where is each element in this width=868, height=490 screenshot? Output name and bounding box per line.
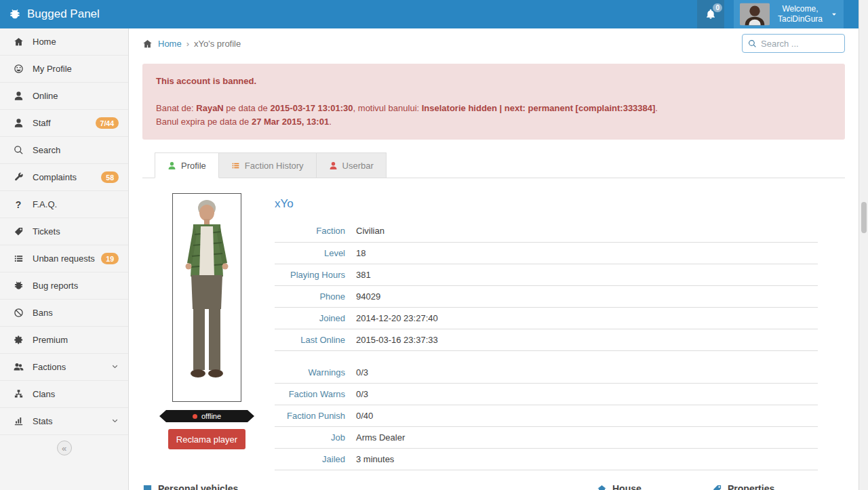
field-value: Civilian: [356, 220, 818, 242]
sidebar-item-label: Home: [33, 37, 56, 47]
users-icon: [12, 362, 24, 372]
field-label: Faction Warns: [275, 384, 356, 405]
chart-icon: [12, 416, 24, 426]
sidebar-item-faq[interactable]: ? F.A.Q.: [0, 191, 128, 218]
header-widgets: 0 Welcome, TaciDinGura: [697, 0, 844, 28]
table-row: Playing Hours 381: [275, 264, 818, 285]
list-icon: [12, 253, 24, 264]
tab-userbar[interactable]: Userbar: [316, 152, 387, 178]
tab-faction-history[interactable]: Faction History: [218, 152, 317, 178]
scrollbar-thumb[interactable]: [861, 202, 867, 233]
complaints-count-badge: 58: [101, 171, 119, 183]
check-square-icon: [142, 484, 153, 490]
sidebar-item-my-profile[interactable]: My Profile: [0, 56, 128, 83]
field-label: Faction: [275, 220, 356, 242]
tab-label: Userbar: [342, 161, 374, 171]
sidebar-item-label: Stats: [33, 416, 53, 426]
ban-icon: [12, 308, 24, 318]
table-row: Joined 2014-12-20 23:27:40: [275, 307, 818, 329]
smiley-icon: [12, 64, 24, 74]
search-box: [742, 34, 845, 53]
sidebar-item-label: Complaints: [33, 172, 77, 182]
sidebar-item-label: Search: [33, 145, 60, 155]
ban-expire-line: Banul expira pe data de 27 Mar 2015, 13:…: [156, 115, 831, 129]
sidebar-item-stats[interactable]: Stats: [0, 408, 128, 435]
user-menu[interactable]: Welcome, TaciDinGura: [734, 0, 844, 28]
sidebar-item-factions[interactable]: Factions: [0, 354, 128, 381]
wrench-icon: [12, 172, 24, 182]
breadcrumb-home-link[interactable]: Home: [158, 39, 182, 49]
field-label: Playing Hours: [275, 264, 356, 285]
sidebar-collapse-button[interactable]: «: [57, 441, 72, 455]
staff-count-badge: 7/44: [96, 117, 119, 129]
username: TaciDinGura: [778, 14, 823, 24]
ban-text: pe data de: [224, 103, 271, 113]
table-row: Level 18: [275, 242, 818, 264]
ban-date: 2015-03-17 13:01:30: [270, 103, 353, 113]
app-logo[interactable]: Bugged Panel: [0, 7, 100, 21]
section-personal-vehicles: Personal vehicles: [142, 483, 238, 490]
sidebar-item-unban-requests[interactable]: Unban requests 19: [0, 245, 128, 272]
profile-tabs: Profile Faction History Userbar: [142, 152, 845, 178]
sidebar-item-staff[interactable]: Staff 7/44: [0, 110, 128, 137]
home-icon: [142, 39, 153, 49]
vertical-scrollbar[interactable]: [859, 0, 868, 490]
sidebar-item-online[interactable]: Online: [0, 83, 128, 110]
tab-profile[interactable]: Profile: [155, 152, 219, 178]
sidebar-item-clans[interactable]: Clans: [0, 381, 128, 408]
ban-reason: Inselatorie hidden | next: permanent [co…: [422, 103, 656, 113]
field-value: 381: [356, 264, 818, 285]
user-icon: [167, 161, 176, 170]
table-row: Jailed 3 minutes: [275, 449, 818, 470]
caret-down-icon: [831, 8, 837, 20]
top-header: Bugged Panel 0 Welcome, TaciDinGura: [0, 0, 868, 28]
sidebar-item-label: Clans: [33, 389, 55, 399]
sidebar-item-search[interactable]: Search: [0, 137, 128, 164]
search-input[interactable]: [761, 39, 839, 49]
profile-section: offline Reclama player xYo Faction Civil…: [142, 193, 845, 470]
chevron-down-icon: [111, 417, 119, 425]
field-label: Level: [275, 242, 356, 264]
table-row: Job Arms Dealer: [275, 427, 818, 449]
bug-icon: [12, 281, 24, 291]
sidebar-item-premium[interactable]: Premium: [0, 327, 128, 354]
home-icon: [12, 37, 24, 47]
field-label: Faction Punish: [275, 405, 356, 427]
user-icon: [329, 161, 338, 170]
offline-dot-icon: [193, 414, 197, 419]
field-value: 0/40: [356, 405, 818, 427]
section-house: House: [597, 483, 642, 490]
sidebar-item-label: Bans: [33, 308, 53, 318]
field-value: 2015-03-16 23:37:33: [356, 329, 818, 350]
profile-details: xYo Faction Civilian Level 18 Playing Ho…: [271, 193, 845, 470]
avatar: [740, 3, 770, 26]
ban-text: Banat de:: [156, 103, 196, 113]
field-label: Warnings: [275, 362, 356, 384]
field-label: Phone: [275, 285, 356, 307]
field-label: Jailed: [275, 449, 356, 470]
report-player-button[interactable]: Reclama player: [168, 429, 245, 449]
staff-icon: [12, 118, 24, 128]
profile-left-column: offline Reclama player: [142, 193, 271, 470]
ban-admin: RayaN: [196, 103, 223, 113]
sidebar-item-bug-reports[interactable]: Bug reports: [0, 272, 128, 300]
notifications-button[interactable]: 0: [697, 0, 724, 28]
sidebar-item-bans[interactable]: Bans: [0, 300, 128, 327]
ban-text: .: [655, 103, 658, 113]
field-value: 0/3: [356, 362, 818, 384]
ban-reason-line: Banat de: RayaN pe data de 2015-03-17 13…: [156, 102, 831, 115]
ban-alert: This account is banned. Banat de: RayaN …: [142, 64, 845, 140]
sidebar-item-tickets[interactable]: Tickets: [0, 218, 128, 245]
ban-text: , motivul banului:: [353, 103, 422, 113]
tag-icon: [712, 484, 722, 490]
sidebar: Home My Profile Online Staff 7/44 Search…: [0, 28, 129, 490]
tab-label: Profile: [181, 161, 206, 171]
tab-label: Faction History: [245, 161, 304, 171]
field-value: Arms Dealer: [356, 427, 818, 449]
sitemap-icon: [12, 389, 24, 399]
gear-icon: [12, 335, 24, 345]
field-label: Job: [275, 427, 356, 449]
notification-count-badge: 0: [713, 3, 722, 12]
sidebar-item-complaints[interactable]: Complaints 58: [0, 164, 128, 191]
sidebar-item-home[interactable]: Home: [0, 28, 128, 56]
